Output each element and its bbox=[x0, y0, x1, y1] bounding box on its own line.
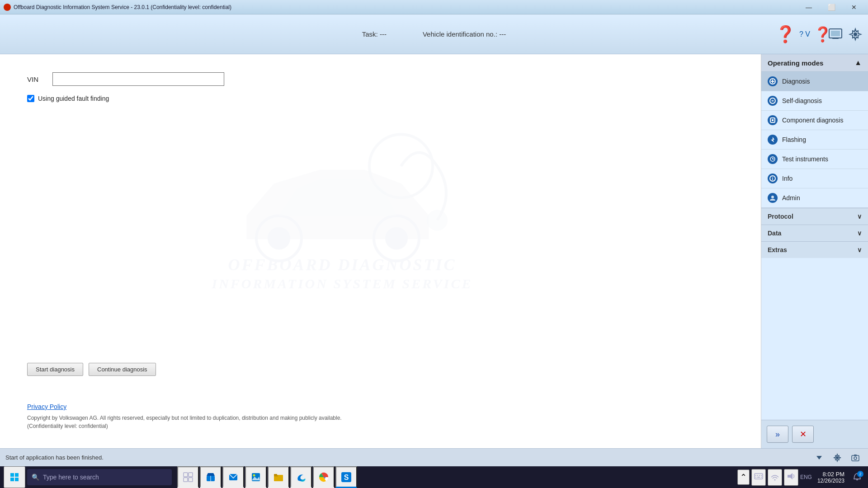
info-icon: i bbox=[768, 174, 778, 183]
collapse-icon[interactable]: ▲ bbox=[854, 59, 862, 67]
data-chevron: ∨ bbox=[857, 230, 862, 237]
language-indicator: ENG bbox=[800, 474, 812, 480]
taskbar-clock[interactable]: 8:02 PM 12/26/2023 bbox=[814, 471, 848, 484]
self-diagnosis-label: Self-diagnosis bbox=[782, 97, 822, 104]
sidebar-item-flashing[interactable]: Flashing bbox=[761, 130, 868, 150]
task-label: Task: bbox=[362, 30, 378, 38]
notification-button[interactable]: 2 bbox=[850, 470, 864, 484]
cancel-button[interactable]: ✕ bbox=[792, 426, 814, 443]
sidebar-item-info[interactable]: i Info bbox=[761, 169, 868, 188]
task-view-button[interactable] bbox=[177, 466, 199, 488]
vin-label: VIN bbox=[27, 75, 45, 83]
status-camera-icon[interactable] bbox=[848, 450, 863, 465]
vin-info: Vehicle identification no.: --- bbox=[423, 30, 506, 38]
protocol-section[interactable]: Protocol ∨ bbox=[761, 208, 868, 225]
header-icons: ❓ ? V ❓ bbox=[775, 26, 832, 42]
privacy-policy-link[interactable]: Privacy Policy bbox=[27, 403, 66, 410]
info-label: Info bbox=[782, 175, 793, 182]
start-diagnosis-button[interactable]: Start diagnosis bbox=[27, 363, 83, 376]
app-icon bbox=[4, 4, 11, 11]
clock-date: 12/26/2023 bbox=[817, 478, 844, 484]
svg-rect-54 bbox=[759, 475, 760, 476]
sidebar-item-test-instruments[interactable]: Test instruments bbox=[761, 150, 868, 169]
svg-text:INFORMATION SYSTEM SERVICE: INFORMATION SYSTEM SERVICE bbox=[212, 276, 473, 291]
svg-point-5 bbox=[256, 216, 302, 261]
self-diagnosis-icon bbox=[768, 96, 778, 106]
svg-marker-60 bbox=[788, 473, 793, 479]
svg-point-23 bbox=[771, 196, 774, 198]
svg-point-7 bbox=[374, 216, 419, 261]
svg-marker-24 bbox=[816, 456, 822, 460]
flashing-icon bbox=[768, 135, 778, 145]
task-info: Task: --- bbox=[362, 30, 387, 38]
svg-point-8 bbox=[385, 227, 408, 249]
network-taskbar-icon[interactable] bbox=[768, 469, 782, 486]
volume-icon[interactable] bbox=[784, 469, 798, 486]
diagnosis-label: Diagnosis bbox=[782, 78, 810, 85]
store-button[interactable] bbox=[200, 466, 222, 488]
chrome-button[interactable] bbox=[313, 466, 335, 488]
svg-rect-53 bbox=[757, 475, 758, 476]
main-area: VIN Using guided fault finding bbox=[0, 54, 868, 448]
component-diagnosis-icon bbox=[768, 115, 778, 125]
sidebar-item-diagnosis[interactable]: Diagnosis bbox=[761, 72, 868, 91]
svg-rect-58 bbox=[761, 477, 762, 478]
buttons-row: Start diagnosis Continue diagnosis bbox=[27, 363, 156, 376]
window-title: Offboard Diagnostic Information System S… bbox=[14, 4, 864, 10]
sidebar-item-component-diagnosis[interactable]: Component diagnosis bbox=[761, 111, 868, 130]
search-placeholder-text: Type here to search bbox=[43, 474, 99, 481]
svg-rect-51 bbox=[755, 474, 763, 479]
forward-button[interactable]: » bbox=[767, 426, 788, 443]
taskbar-search[interactable]: 🔍 Type here to search bbox=[27, 469, 172, 485]
extras-chevron: ∨ bbox=[857, 246, 862, 253]
svg-rect-57 bbox=[757, 477, 760, 478]
status-arrow-icon[interactable] bbox=[812, 450, 826, 465]
mail-button[interactable] bbox=[222, 466, 244, 488]
vin-input[interactable] bbox=[52, 72, 224, 86]
svg-point-10 bbox=[428, 211, 446, 229]
sidebar-item-admin[interactable]: Admin bbox=[761, 188, 868, 208]
keyboard-icon[interactable] bbox=[751, 469, 766, 486]
copyright-line1: Copyright by Volkswagen AG. All rights r… bbox=[27, 414, 342, 422]
status-settings-icon[interactable] bbox=[830, 450, 844, 465]
photos-button[interactable] bbox=[245, 466, 267, 488]
protocol-label: Protocol bbox=[768, 213, 793, 220]
maximize-button[interactable]: ⬜ bbox=[821, 0, 842, 14]
svg-rect-30 bbox=[15, 473, 19, 477]
help-icon[interactable]: ❓ bbox=[775, 26, 796, 42]
component-diagnosis-label: Component diagnosis bbox=[782, 117, 843, 124]
settings-icon[interactable] bbox=[846, 25, 864, 43]
edge-button[interactable] bbox=[290, 466, 312, 488]
data-section[interactable]: Data ∨ bbox=[761, 225, 868, 241]
sidebar-bottom-buttons: » ✕ bbox=[761, 420, 868, 448]
test-instruments-label: Test instruments bbox=[782, 155, 828, 163]
close-button[interactable]: ✕ bbox=[844, 0, 864, 14]
start-button[interactable] bbox=[4, 466, 25, 488]
search-icon: 🔍 bbox=[32, 474, 39, 481]
minimize-button[interactable]: — bbox=[798, 0, 819, 14]
extras-section[interactable]: Extras ∨ bbox=[761, 241, 868, 258]
network-icon[interactable] bbox=[826, 25, 844, 43]
show-hidden-icons-button[interactable]: ⌃ bbox=[737, 469, 750, 485]
guided-fault-finding-checkbox[interactable] bbox=[27, 95, 34, 102]
svg-rect-28 bbox=[854, 455, 857, 456]
svg-rect-31 bbox=[10, 478, 14, 481]
svg-point-6 bbox=[268, 227, 290, 249]
continue-diagnosis-button[interactable]: Continue diagnosis bbox=[89, 363, 156, 376]
svg-point-27 bbox=[854, 457, 857, 460]
file-explorer-button[interactable] bbox=[268, 466, 289, 488]
sidebar-item-self-diagnosis[interactable]: Self-diagnosis bbox=[761, 91, 868, 111]
taskbar-right: ⌃ ENG 8:02 PM 12/26/2023 2 bbox=[737, 469, 864, 486]
help-v-button[interactable]: ? V bbox=[799, 30, 810, 38]
svg-point-59 bbox=[774, 479, 775, 480]
guided-fault-finding-label[interactable]: Using guided fault finding bbox=[38, 95, 109, 102]
app-header: Task: --- Vehicle identification no.: --… bbox=[0, 14, 868, 54]
svg-rect-34 bbox=[189, 473, 193, 477]
footer-section: Privacy Policy Copyright by Volkswagen A… bbox=[27, 403, 342, 430]
app-s-button[interactable]: S bbox=[335, 466, 357, 488]
status-bar: Start of application has been finished. bbox=[0, 448, 868, 466]
operating-modes-label: Operating modes bbox=[768, 59, 823, 67]
svg-rect-29 bbox=[10, 473, 14, 477]
svg-rect-52 bbox=[755, 475, 756, 476]
data-label: Data bbox=[768, 230, 781, 237]
